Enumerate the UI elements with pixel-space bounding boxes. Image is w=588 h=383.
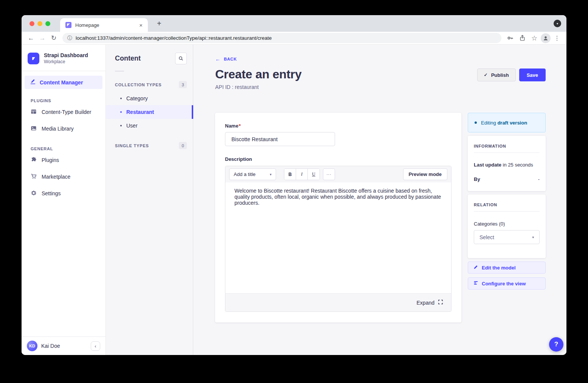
subnav-item-label: User (126, 123, 138, 129)
preview-mode-button[interactable]: Preview mode (403, 168, 447, 180)
new-tab-button[interactable]: + (155, 19, 164, 28)
sidebar-item-marketplace[interactable]: Marketplace (22, 168, 105, 185)
name-field-label: Name* (225, 123, 451, 129)
edit-model-button[interactable]: Edit the model (468, 262, 546, 274)
search-button[interactable] (175, 53, 187, 64)
description-textarea[interactable]: Welcome to Biscotte restaurant! Restaura… (225, 182, 451, 293)
layout-grid-icon (31, 109, 37, 116)
draft-prefix: Editing (481, 120, 496, 126)
name-input[interactable] (225, 132, 335, 146)
help-button[interactable]: ? (549, 337, 563, 352)
by-value: - (538, 176, 540, 182)
sidebar-item-label: Plugins (42, 157, 59, 163)
subnav-item-label: Category (126, 95, 148, 101)
configure-lines-icon (473, 280, 478, 286)
status-dot-icon (475, 121, 477, 124)
collection-types-count-badge: 3 (179, 81, 187, 88)
sidebar-item-label: Content-Type Builder (42, 109, 92, 115)
collection-types-heading: COLLECTION TYPES (115, 83, 161, 87)
maximize-window-button[interactable] (45, 21, 50, 26)
tab-title: Homepage (75, 22, 138, 28)
close-window-button[interactable] (29, 21, 34, 26)
bold-button[interactable]: B (284, 169, 296, 180)
single-types-count-badge: 0 (179, 142, 187, 149)
subnav-item-restaurant[interactable]: Restaurant (106, 105, 193, 119)
bookmark-star-icon[interactable]: ☆ (529, 33, 540, 44)
browser-avatar-icon[interactable] (541, 33, 551, 43)
picture-icon (31, 125, 37, 132)
editor-footer: Expand (225, 293, 451, 311)
toolbar-right-icons: ☆ ⋮ (504, 33, 563, 44)
title-select-value: Add a title (234, 171, 256, 177)
relation-heading: RELATION (474, 202, 540, 207)
right-panel: Editing draft version INFORMATION Last u… (468, 113, 546, 322)
divider (474, 153, 540, 153)
sidebar-item-label: Media Library (42, 126, 74, 132)
tab-close-icon[interactable]: × (138, 22, 144, 28)
back-link[interactable]: ← BACK (215, 56, 237, 62)
gear-icon (31, 190, 37, 197)
description-field-label: Description (225, 156, 451, 162)
subnav-item-category[interactable]: Category (106, 92, 193, 105)
sidebar-item-content-type-builder[interactable]: Content-Type Builder (22, 104, 105, 120)
last-update-label: Last update (474, 162, 501, 168)
user-avatar[interactable]: KD (27, 341, 37, 351)
italic-button[interactable]: I (296, 169, 308, 180)
sidebar-item-media-library[interactable]: Media Library (22, 120, 105, 137)
sidebar-item-label: Content Manager (40, 79, 83, 86)
sidebar-item-label: Settings (42, 190, 61, 196)
information-card: INFORMATION Last update in 25 seconds By… (468, 136, 546, 191)
subnav-item-user[interactable]: User (106, 119, 193, 132)
subnav-item-label: Restaurant (126, 109, 154, 115)
more-formats-button[interactable]: ... (323, 168, 335, 180)
draft-status-text: Editing draft version (481, 120, 527, 126)
categories-select[interactable]: Select ▾ (474, 230, 540, 244)
reload-icon[interactable]: ↻ (48, 34, 59, 42)
page-title: Create an entry (215, 67, 302, 81)
share-icon[interactable] (517, 33, 528, 44)
workspace-title: Strapi Dashboard (44, 52, 88, 58)
configure-view-button[interactable]: Configure the view (468, 277, 546, 290)
browser-profile-chevron-icon[interactable]: ▼ (554, 20, 561, 27)
url-text: localhost:1337/admin/content-manager/col… (76, 35, 272, 41)
collapse-sidebar-button[interactable]: ‹ (91, 341, 100, 351)
sidebar-item-settings[interactable]: Settings (22, 185, 105, 202)
sidebar-item-content-manager[interactable]: Content Manager (25, 76, 102, 89)
sidebar-item-label: Marketplace (42, 174, 70, 180)
password-key-icon[interactable] (504, 33, 516, 44)
information-heading: INFORMATION (474, 144, 540, 148)
select-placeholder: Select (479, 234, 494, 240)
forward-navigation-icon[interactable]: → (37, 34, 48, 42)
title-style-select[interactable]: Add a title ▾ (229, 168, 276, 180)
sidebar-footer: KD Kai Doe ‹ (22, 336, 105, 355)
bullet-icon (120, 125, 122, 126)
categories-label: Categories (0) (474, 221, 540, 227)
browser-window: Homepage × + ▼ ← → ↻ ⓘ localhost:1337/ad… (22, 15, 566, 355)
back-navigation-icon[interactable]: ← (25, 34, 37, 42)
entry-form-card: Name* Description Add a title ▾ B (215, 113, 461, 322)
expand-icon[interactable] (438, 299, 443, 306)
relation-card: RELATION Categories (0) Select ▾ (468, 195, 546, 258)
workspace-brand[interactable]: Strapi Dashboard Workplace (22, 45, 105, 71)
address-bar[interactable]: ⓘ localhost:1337/admin/content-manager/c… (62, 33, 501, 43)
required-asterisk: * (239, 123, 240, 129)
minimize-window-button[interactable] (37, 21, 42, 26)
publish-button[interactable]: ✓ Publish (477, 69, 516, 81)
underline-button[interactable]: U (308, 169, 320, 180)
content-manager-pen-icon (30, 79, 36, 86)
caret-down-icon: ▾ (270, 173, 272, 176)
sidebar-item-plugins[interactable]: Plugins (22, 152, 105, 168)
pencil-icon (473, 265, 478, 271)
browser-tab[interactable]: Homepage × (60, 18, 148, 32)
browser-menu-icon[interactable]: ⋮ (551, 33, 563, 44)
rich-text-editor: Add a title ▾ B I U ... Preview mode W (225, 166, 451, 312)
format-button-group: B I U (284, 168, 320, 180)
main-content: ← BACK Create an entry API ID : restaura… (193, 45, 566, 355)
strapi-app: Strapi Dashboard Workplace Content Manag… (22, 45, 566, 355)
api-id-subtitle: API ID : restaurant (215, 84, 302, 90)
save-button[interactable]: Save (519, 69, 546, 81)
divider (474, 211, 540, 212)
site-info-icon[interactable]: ⓘ (67, 35, 72, 42)
caret-down-icon: ▾ (532, 235, 534, 239)
by-row: By - (474, 176, 540, 182)
